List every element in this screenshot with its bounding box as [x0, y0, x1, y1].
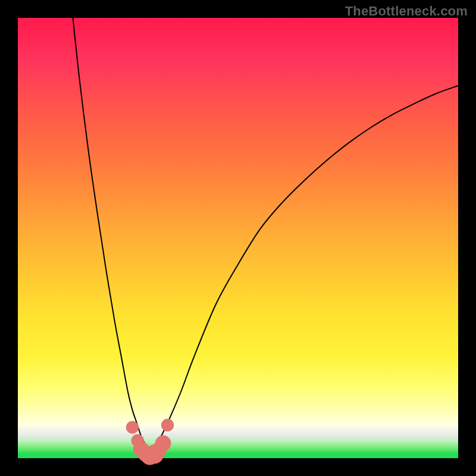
marker-group: [126, 419, 174, 465]
bottleneck-marker: [155, 436, 171, 452]
curve-left-branch: [73, 18, 151, 452]
curve-group: [73, 18, 459, 452]
bottleneck-marker: [161, 419, 174, 431]
bottleneck-marker: [126, 421, 139, 434]
curve-right-branch: [150, 86, 458, 452]
site-watermark: TheBottleneck.com: [345, 4, 468, 19]
chart-svg: [18, 18, 458, 458]
outer-frame: TheBottleneck.com: [0, 0, 476, 476]
